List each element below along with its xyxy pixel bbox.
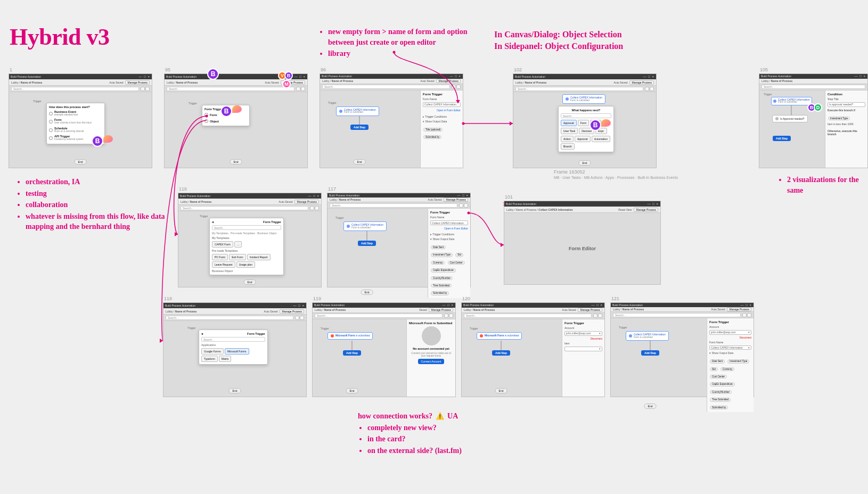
template-btn[interactable]: CAPEX Form [212, 241, 233, 248]
option[interactable]: ScheduleRuns on a recurring interval [49, 127, 102, 133]
trigger-card[interactable]: Collect CAPEX InformationForm is submitt… [343, 221, 387, 231]
placeholder-avatar-icon [422, 326, 441, 345]
chip: Submitted by [431, 291, 449, 295]
frame-121[interactable]: 121 Build Process Automation— □ × Lobby … [610, 296, 754, 397]
template-btn[interactable]: Usage plan [236, 261, 255, 268]
app-btn[interactable]: Typeform [201, 356, 218, 362]
chip: Date Sent [431, 245, 446, 249]
item-select[interactable]: ▾ [564, 347, 602, 351]
action-btn[interactable]: Approval [575, 136, 591, 142]
chip: Time Submitted [710, 398, 731, 401]
action-search[interactable]: Search... [561, 113, 611, 118]
chip: Currency [431, 261, 445, 265]
form-name-input[interactable]: Collect CAPEX Information [430, 220, 468, 225]
window-controls: — □ × [139, 75, 150, 78]
open-editor-link[interactable]: Open in Form Editor [430, 227, 468, 230]
note-item: whatever is missing from this flow, like… [26, 211, 176, 232]
section-toggle[interactable]: Show Output Data [425, 120, 447, 123]
option[interactable]: Business Eventexample standard text [49, 110, 102, 117]
template-btn[interactable]: PO Form [212, 254, 228, 260]
account-select[interactable]: john.miller@sap.com▾ [564, 331, 602, 336]
trigger-card[interactable]: Collect CAPEX InformationForm is submitt… [626, 331, 669, 341]
action-btn[interactable]: User Task [561, 128, 578, 134]
account-select[interactable]: john.miller@sap.com▾ [709, 330, 751, 335]
manage-process-button[interactable]: Manage Process [125, 80, 150, 85]
frame-118[interactable]: 118 Build Process Automation— □ × Lobby … [163, 296, 307, 397]
disconnect-link[interactable]: Disconnect [591, 337, 602, 340]
form-editor-placeholder: Form Editor [569, 246, 596, 251]
cursor-icon [601, 119, 611, 127]
add-step-button[interactable]: Add Step [343, 350, 361, 356]
action-btn[interactable]: Automation [592, 136, 610, 142]
action-btn[interactable]: Action [561, 136, 574, 142]
trigger-card[interactable]: Collect CAPEX InformationForm is submitt… [562, 94, 605, 104]
add-step-button[interactable]: Add Step [641, 350, 659, 356]
chip[interactable]: Investment Type [828, 117, 850, 120]
chip: Investment Type [727, 359, 749, 363]
condition-card[interactable]: Is Approval needed? [772, 115, 808, 122]
end-node: End [579, 160, 591, 166]
item-select[interactable]: Collect CAPEX Information▾ [709, 345, 751, 350]
section-toggle[interactable]: Trigger Conditions [425, 115, 447, 118]
open-editor-link[interactable]: Open in Form Editor [423, 109, 461, 112]
app-btn[interactable]: Google Forms [201, 348, 224, 355]
template-btn[interactable]: Incident Report [247, 254, 271, 260]
step-title-input[interactable]: Is approval needed? [828, 102, 865, 107]
end-node: End [230, 159, 242, 164]
app-btn[interactable]: Microsoft Forms [225, 348, 249, 355]
form-icon [566, 97, 569, 101]
trigger-card[interactable]: Microsoft Form is submitted [477, 332, 522, 340]
option[interactable]: Object [204, 119, 247, 124]
disconnect-link[interactable]: Disconnect [740, 336, 751, 339]
frame-116[interactable]: 116 Build Process Automation— □ × Lobby … [178, 186, 322, 287]
trigger-card[interactable]: Collect CAPEX InformationForm is submitt… [336, 106, 379, 116]
trigger-card[interactable]: Microsoft Form is submitted [327, 332, 373, 340]
breadcrumb[interactable]: Lobby / Name of Process [11, 81, 42, 84]
trigger-card[interactable]: Collect CAPEX InformationForm is submitt… [771, 97, 812, 105]
presence-avatars-cluster: M [284, 80, 291, 88]
note-line: In Canvas/Dialog: Object Selection [494, 29, 623, 40]
chip: Investment Type [431, 253, 453, 257]
frame-95[interactable]: 95 Build Process Automation— □ × Lobby /… [164, 67, 308, 168]
frame-102[interactable]: 102 Build Process Automation— □ × Lobby … [513, 67, 657, 168]
template-btn[interactable]: Leave Request [212, 261, 235, 268]
form-name-input[interactable]: Collect CAPEX Information [423, 102, 461, 107]
add-step-button[interactable]: Add Step [492, 350, 510, 356]
dialog-form-apps[interactable]: ◂ Form Trigger Search... Application Goo… [199, 330, 268, 365]
avatar: B [589, 119, 601, 131]
frame-96[interactable]: 96 Build Process Automation— □ × Lobby /… [320, 67, 463, 168]
chip: Cost Center [448, 261, 465, 265]
section-toggle[interactable]: Show Output Data [711, 351, 733, 355]
template-btn[interactable]: Exit Form [229, 254, 245, 260]
note-item: library [328, 48, 478, 59]
frame-1[interactable]: 1 Build Process Automation— □ × Lobby / … [9, 67, 152, 168]
add-step-button[interactable]: Add Step [358, 241, 376, 246]
chip: Country/Number [710, 390, 732, 394]
connect-account-button[interactable]: Connect Account [418, 359, 445, 364]
frame-119[interactable]: 119 Build Process Automation— □ × Lobby … [312, 296, 456, 397]
app-btn[interactable]: Matrix [219, 356, 232, 362]
template-btn[interactable]: ... [234, 241, 242, 248]
chip: Cost Center [710, 375, 727, 378]
view-toggle[interactable] [141, 87, 150, 91]
action-btn[interactable]: Form [578, 120, 589, 126]
frame-105[interactable]: 105 Build Process Automation— □ × Lobby … [759, 67, 868, 168]
add-step-button[interactable]: Add Step [773, 136, 791, 141]
frame-id: 105 [760, 67, 868, 72]
add-step-button[interactable]: Add Step [350, 125, 369, 130]
frame-117[interactable]: 117 Build Process Automation— □ × Lobby … [327, 186, 471, 287]
note-line: In Sidepanel: Object Configuration [494, 40, 623, 52]
note-item: in the card? [367, 434, 496, 444]
action-btn[interactable]: Branch [561, 143, 575, 150]
dialog-form-templates[interactable]: ◂ Form Trigger Search... My Templates · … [209, 218, 284, 275]
section-toggle[interactable]: Show Output Data [432, 237, 454, 241]
action-btn[interactable]: Approval [561, 120, 577, 126]
search-input[interactable]: Search... [11, 87, 139, 91]
chip: CapEx Expenditure [710, 382, 735, 386]
frame-101[interactable]: 101 Build Process Automation— □ × Lobby … [504, 194, 661, 285]
section-toggle[interactable]: Trigger Conditions [432, 233, 454, 236]
frame-120[interactable]: 120 Build Process Automation— □ × Lobby … [461, 296, 605, 397]
reset-view-link[interactable]: Reset View [618, 208, 632, 211]
option[interactable]: FormUser submits a form from the inbox [49, 118, 102, 125]
chip: Title (optional) [423, 128, 443, 131]
